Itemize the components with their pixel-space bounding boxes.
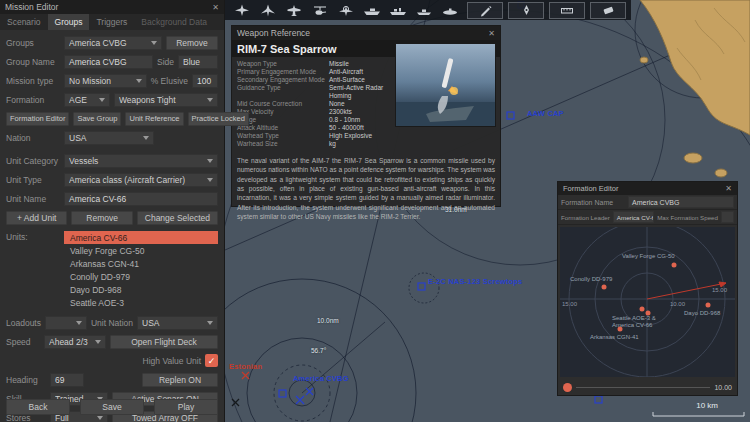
back-button[interactable]: Back <box>6 399 70 415</box>
nation-dropdown[interactable]: USA <box>64 131 154 145</box>
estonian-x-mark <box>242 372 249 379</box>
tab-triggers[interactable]: Triggers <box>89 14 134 30</box>
formation-leader-value[interactable]: America CV-66 <box>613 211 654 223</box>
tab-scenario[interactable]: Scenario <box>0 14 48 30</box>
unit-list-item[interactable]: Valley Forge CG-50 <box>64 244 218 257</box>
ruler-icon[interactable] <box>549 2 585 19</box>
max-formation-speed-input[interactable] <box>721 211 734 223</box>
unit-list-item[interactable]: America CV-66 <box>64 231 218 244</box>
formation-editor-button[interactable]: Formation Editor <box>6 112 69 126</box>
map-label-e2c[interactable]: E-2C NAS-123 Screwtops <box>428 277 522 286</box>
map-label-estonian[interactable]: Estonian <box>229 362 262 371</box>
loadouts-label: Loadouts <box>6 318 41 328</box>
loadouts-dropdown[interactable] <box>45 316 87 330</box>
elusive-input[interactable]: 100 <box>192 74 218 88</box>
formation-label: Formation <box>6 95 60 105</box>
unit-type-label: Unit Type <box>6 175 60 185</box>
formation-dot-dayo <box>706 303 711 308</box>
remove-unit-button[interactable]: Remove <box>71 211 132 225</box>
unit-list-item[interactable]: Conolly DD-979 <box>64 270 218 283</box>
plot-label-america: America CV-66 <box>612 322 652 328</box>
chevron-down-icon <box>136 79 142 83</box>
chevron-down-icon <box>207 321 213 325</box>
cruiser-icon[interactable] <box>386 2 410 19</box>
replen-toggle-button[interactable]: Replen ON <box>142 373 218 387</box>
eraser-icon[interactable] <box>590 2 626 19</box>
close-icon[interactable]: ✕ <box>212 3 219 12</box>
chevron-down-icon <box>76 321 82 325</box>
pencil-icon[interactable] <box>467 2 503 19</box>
chevron-down-icon <box>151 41 157 45</box>
formation-plot[interactable]: Valley Forge CG-50 Conolly DD-979 Seattl… <box>560 227 735 377</box>
unit-nation-dropdown[interactable]: USA <box>137 316 218 330</box>
practice-locked-button[interactable]: Practice Locked <box>188 112 249 126</box>
group-name-label: Group Name <box>6 57 60 67</box>
unit-name-input[interactable]: America CV-66 <box>64 192 218 206</box>
unit-reference-button[interactable]: Unit Reference <box>125 112 183 126</box>
chevron-down-icon <box>143 136 149 140</box>
jet-icon[interactable] <box>256 2 280 19</box>
panel-title: Mission Editor <box>5 2 58 12</box>
unit-nation-label: Unit Nation <box>91 318 133 328</box>
measurement-bearing: 56.7° <box>311 347 326 354</box>
mission-editor-panel: Mission Editor ✕ Scenario Groups Trigger… <box>0 0 225 422</box>
unit-list-item[interactable]: Seattle AOE-3 <box>64 296 218 309</box>
heading-label: Heading <box>6 375 46 385</box>
close-icon[interactable]: ✕ <box>725 184 732 193</box>
open-flight-deck-button[interactable]: Open Flight Deck <box>110 335 218 349</box>
weapon-photo <box>395 43 496 127</box>
unit-type-dropdown[interactable]: America class (Aircraft Carrier) <box>64 173 218 187</box>
mission-type-dropdown[interactable]: No Mission <box>64 74 147 88</box>
units-list: America CV-66 Valley Forge CG-50 Arkansa… <box>64 231 218 309</box>
map-label-aaw-cap[interactable]: AAW CAP <box>527 109 564 118</box>
speed-dropdown[interactable]: Ahead 2/3 <box>44 335 106 349</box>
mission-type-label: Mission type <box>6 76 60 86</box>
pen-icon[interactable] <box>508 2 544 19</box>
map-scale-label: 10 km <box>696 401 718 410</box>
heading-input[interactable]: 69 <box>50 373 84 387</box>
save-button[interactable]: Save <box>80 399 144 415</box>
destroyer-icon[interactable] <box>412 2 436 19</box>
chevron-down-icon <box>99 98 105 102</box>
carrier-marker <box>279 390 286 397</box>
unit-name-label: Unit Name <box>6 194 60 204</box>
chevron-down-icon <box>207 178 213 182</box>
tab-background-data[interactable]: Background Data <box>134 14 214 30</box>
submarine-icon[interactable] <box>438 2 462 19</box>
fighter-icon[interactable] <box>230 2 254 19</box>
awacs-icon[interactable] <box>334 2 358 19</box>
formation-name-label: Formation Name <box>561 199 625 206</box>
formation-dropdown[interactable]: AGE <box>64 93 110 107</box>
slider-knob[interactable] <box>563 383 572 392</box>
plot-label-dayo: Dayo DD-968 <box>684 310 720 316</box>
unit-category-dropdown[interactable]: Vessels <box>64 154 218 168</box>
side-dropdown[interactable]: Blue <box>178 55 218 69</box>
save-group-button[interactable]: Save Group <box>73 112 121 126</box>
formation-range-slider[interactable]: 10.00 <box>558 379 737 395</box>
elusive-label: % Elusive <box>151 76 188 86</box>
weapon-reference-panel: Weapon Reference ✕ RIM-7 Sea Sparrow <box>231 25 501 207</box>
change-selected-button[interactable]: Change Selected <box>137 211 218 225</box>
weapons-state-dropdown[interactable]: Weapons Tight <box>114 93 218 107</box>
slider-track[interactable] <box>576 387 710 388</box>
close-icon[interactable]: ✕ <box>488 29 495 38</box>
play-button[interactable]: Play <box>154 399 218 415</box>
group-name-input[interactable]: America CVBG <box>64 55 153 69</box>
helicopter-icon[interactable] <box>308 2 332 19</box>
carrier-range-rings <box>225 273 439 422</box>
formation-name-value[interactable]: America CVBG <box>628 196 734 208</box>
unit-list-item[interactable]: Dayo DD-968 <box>64 283 218 296</box>
map-label-america-cvbg[interactable]: America CVBG <box>293 374 349 383</box>
carrier-icon[interactable] <box>360 2 384 19</box>
high-value-unit-checkbox[interactable] <box>205 354 218 367</box>
tab-groups[interactable]: Groups <box>48 14 90 30</box>
unit-list-item[interactable]: Arkansas CGN-41 <box>64 257 218 270</box>
neutral-markers[interactable] <box>232 372 249 406</box>
formation-dot-seattle <box>640 307 645 312</box>
plot-label-arkansas: Arkansas CGN-41 <box>590 334 639 340</box>
attack-aircraft-icon[interactable] <box>282 2 306 19</box>
chevron-down-icon <box>207 98 213 102</box>
groups-dropdown[interactable]: America CVBG <box>64 36 162 50</box>
add-unit-button[interactable]: + Add Unit <box>6 211 67 225</box>
remove-group-button[interactable]: Remove <box>166 36 218 50</box>
